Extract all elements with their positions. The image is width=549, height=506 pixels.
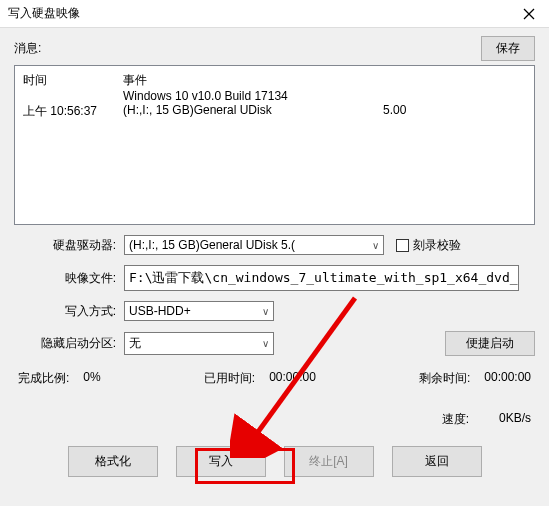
image-file-input[interactable]: F:\迅雷下载\cn_windows_7_ultimate_with_sp1_x… bbox=[124, 265, 519, 291]
hidden-boot-value: 无 bbox=[129, 335, 141, 352]
close-button[interactable] bbox=[509, 0, 549, 28]
log-header: 时间 事件 bbox=[23, 72, 526, 89]
drive-row: 硬盘驱动器: (H:,I:, 15 GB)General UDisk 5.( ∨… bbox=[14, 235, 535, 255]
image-label: 映像文件: bbox=[14, 270, 124, 287]
log-cell-time bbox=[23, 89, 123, 103]
done-ratio-label: 完成比例: bbox=[18, 370, 69, 387]
status-row: 完成比例: 0% 已用时间: 00:00:00 剩余时间: 00:00:00 bbox=[14, 370, 535, 387]
write-mode-label: 写入方式: bbox=[14, 303, 124, 320]
image-row: 映像文件: F:\迅雷下载\cn_windows_7_ultimate_with… bbox=[14, 265, 535, 291]
quick-boot-button[interactable]: 便捷启动 bbox=[445, 331, 535, 356]
elapsed-label: 已用时间: bbox=[204, 370, 255, 387]
dialog-content: 消息: 保存 时间 事件 Windows 10 v10.0 Build 1713… bbox=[0, 28, 549, 487]
elapsed-value: 00:00:00 bbox=[269, 370, 316, 387]
button-row: 格式化 写入 终止[A] 返回 bbox=[14, 446, 535, 477]
log-cell-extra: 5.00 bbox=[383, 103, 443, 120]
write-mode-select[interactable]: USB-HDD+ ∨ bbox=[124, 301, 274, 321]
abort-button[interactable]: 终止[A] bbox=[284, 446, 374, 477]
speed-label: 速度: bbox=[442, 411, 469, 428]
hidden-boot-row: 隐藏启动分区: 无 ∨ 便捷启动 bbox=[14, 331, 535, 356]
close-icon bbox=[523, 8, 535, 20]
drive-label: 硬盘驱动器: bbox=[14, 237, 124, 254]
format-button[interactable]: 格式化 bbox=[68, 446, 158, 477]
log-col-event: 事件 bbox=[123, 72, 147, 89]
speed-value: 0KB/s bbox=[499, 411, 531, 428]
log-cell-time: 上午 10:56:37 bbox=[23, 103, 123, 120]
save-button[interactable]: 保存 bbox=[481, 36, 535, 61]
message-label: 消息: bbox=[14, 40, 41, 57]
drive-value: (H:,I:, 15 GB)General UDisk 5.( bbox=[129, 238, 295, 252]
message-row: 消息: 保存 bbox=[14, 36, 535, 61]
write-button[interactable]: 写入 bbox=[176, 446, 266, 477]
verify-checkbox-wrap[interactable]: 刻录校验 bbox=[396, 237, 461, 254]
chevron-down-icon: ∨ bbox=[262, 306, 269, 317]
done-ratio-value: 0% bbox=[83, 370, 100, 387]
write-mode-row: 写入方式: USB-HDD+ ∨ bbox=[14, 301, 535, 321]
verify-label: 刻录校验 bbox=[413, 237, 461, 254]
log-row: Windows 10 v10.0 Build 17134 bbox=[23, 89, 526, 103]
window-title: 写入硬盘映像 bbox=[8, 5, 80, 22]
log-cell-event: Windows 10 v10.0 Build 17134 bbox=[123, 89, 383, 103]
verify-checkbox[interactable] bbox=[396, 239, 409, 252]
hidden-boot-label: 隐藏启动分区: bbox=[14, 335, 124, 352]
chevron-down-icon: ∨ bbox=[372, 240, 379, 251]
remaining-value: 00:00:00 bbox=[484, 370, 531, 387]
log-listbox[interactable]: 时间 事件 Windows 10 v10.0 Build 17134 上午 10… bbox=[14, 65, 535, 225]
chevron-down-icon: ∨ bbox=[262, 338, 269, 349]
back-button[interactable]: 返回 bbox=[392, 446, 482, 477]
log-col-time: 时间 bbox=[23, 72, 123, 89]
log-row: 上午 10:56:37 (H:,I:, 15 GB)General UDisk … bbox=[23, 103, 526, 120]
remaining-label: 剩余时间: bbox=[419, 370, 470, 387]
titlebar: 写入硬盘映像 bbox=[0, 0, 549, 28]
log-cell-event: (H:,I:, 15 GB)General UDisk bbox=[123, 103, 383, 120]
speed-row: 速度: 0KB/s bbox=[14, 411, 535, 428]
drive-select[interactable]: (H:,I:, 15 GB)General UDisk 5.( ∨ bbox=[124, 235, 384, 255]
write-mode-value: USB-HDD+ bbox=[129, 304, 191, 318]
hidden-boot-select[interactable]: 无 ∨ bbox=[124, 332, 274, 355]
log-cell-extra bbox=[383, 89, 443, 103]
